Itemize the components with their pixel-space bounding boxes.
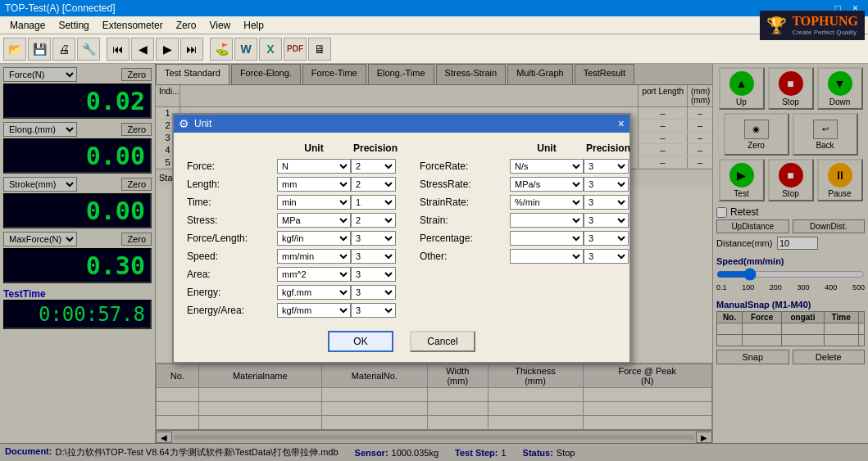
other-label: Other: [420,251,510,262]
force-length-row: Force/Length: kgf/inN/mmkN/m 01234 [187,231,400,246]
toolbar-excel[interactable]: X [259,38,282,61]
force-length-unit-dropdown[interactable]: kgf/inN/mmkN/m [277,231,351,246]
toolbar-last[interactable]: ⏭ [180,38,203,61]
stressrate-unit-dropdown[interactable]: MPa/skPa/s [510,177,584,192]
dialog-title: Unit [194,118,211,129]
length-unit-dropdown[interactable]: mmcmminch [277,177,351,192]
force-unit-dropdown[interactable]: NkgflbfkN [277,159,351,174]
stress-unit-dropdown[interactable]: MPakPaGPa [277,213,351,228]
menu-view[interactable]: View [202,18,237,33]
toolbar-pdf[interactable]: PDF [284,38,307,61]
other-unit-dropdown[interactable] [510,249,584,264]
cancel-button[interactable]: Cancel [410,331,475,352]
toolbar: 📂 💾 🖨 🔧 ⏮ ◀ ▶ ⏭ ⛳ W X PDF 🖥 [0,34,868,64]
time-label: Time: [187,197,277,208]
strain-unit-dropdown[interactable]: % [510,213,584,228]
percentage-unit-dropdown[interactable]: % [510,231,584,246]
energy-area-precision-dropdown[interactable]: 01234 [351,303,396,318]
stress-row: Stress: MPakPaGPa 01234 [187,213,400,228]
strainrate-unit-dropdown[interactable]: %/min%/s [510,195,584,210]
ok-button[interactable]: OK [328,331,393,352]
toolbar-open[interactable]: 📂 [3,38,26,61]
speed-precision-dropdown[interactable]: 01234 [351,249,396,264]
strainrate-row: StrainRate: %/min%/s 01234 [420,195,633,210]
energy-label: Energy: [187,287,277,298]
length-row: Length: mmcmminch 01234 [187,177,400,192]
toolbar-print[interactable]: 🖨 [52,38,75,61]
menu-manage[interactable]: Manage [3,18,52,33]
time-unit-dropdown[interactable]: minsh [277,195,351,210]
toolbar-settings[interactable]: 🔧 [77,38,100,61]
strainrate-label: StrainRate: [420,197,510,208]
dialog-right-section: Unit Precision ForceRate: N/skgf/s 01234… [420,142,633,321]
right-header-row: Unit Precision [420,142,633,154]
dialog-titlebar: ⚙ Unit × [174,115,629,133]
other-precision-dropdown[interactable]: 01234 [584,249,629,264]
percentage-precision-dropdown[interactable]: 01234 [584,231,629,246]
left-header-row: Unit Precision [187,142,400,154]
length-precision-dropdown[interactable]: 01234 [351,177,396,192]
energy-row: Energy: kgf.mmN.mmJ 01234 [187,285,400,300]
strainrate-precision-dropdown[interactable]: 01234 [584,195,629,210]
toolbar-flag[interactable]: ⛳ [210,38,233,61]
time-precision-dropdown[interactable]: 01234 [351,195,396,210]
strain-label: Strain: [420,215,510,226]
percentage-label: Percentage: [420,233,510,244]
toolbar-save[interactable]: 💾 [28,38,51,61]
forcerate-precision-dropdown[interactable]: 01234 [584,159,629,174]
unit-dialog: ⚙ Unit × Unit Precision [172,113,631,364]
forcerate-label: ForceRate: [420,160,510,172]
area-precision-dropdown[interactable]: 01234 [351,267,396,282]
length-label: Length: [187,179,277,190]
titlebar-title: TOP-Test(A) [Connected] [5,2,813,14]
energy-area-unit-dropdown[interactable]: kgf/mmN/mmJ/m^2 [277,303,351,318]
speed-row: Speed: mm/minm/mininch/min 01234 [187,249,400,264]
percentage-row: Percentage: % 01234 [420,231,633,246]
speed-row-label: Speed: [187,251,277,262]
stress-precision-dropdown[interactable]: 01234 [351,213,396,228]
right-unit-header: Unit [510,142,584,154]
force-precision-dropdown[interactable]: 01234 [351,159,396,174]
menu-setting[interactable]: Setting [52,18,95,33]
menu-extensometer[interactable]: Extensometer [96,18,170,33]
dialog-grid: Unit Precision Force: NkgflbfkN 01234 Le… [187,142,616,321]
area-unit-dropdown[interactable]: mm^2cm^2m^2 [277,267,351,282]
dialog-close-button[interactable]: × [618,117,625,130]
stressrate-row: StressRate: MPa/skPa/s 01234 [420,177,633,192]
force-row: Force: NkgflbfkN 01234 [187,159,400,174]
area-row: Area: mm^2cm^2m^2 01234 [187,267,400,282]
logo-icon: 🏆 [766,16,787,35]
time-row: Time: minsh 01234 [187,195,400,210]
toolbar-word[interactable]: W [234,38,257,61]
stress-label: Stress: [187,215,277,226]
strain-precision-dropdown[interactable]: 01234 [584,213,629,228]
forcerate-unit-dropdown[interactable]: N/skgf/s [510,159,584,174]
toolbar-prev[interactable]: ◀ [131,38,154,61]
menu-help[interactable]: Help [237,18,270,33]
dialog-left-section: Unit Precision Force: NkgflbfkN 01234 Le… [187,142,400,321]
toolbar-first[interactable]: ⏮ [107,38,130,61]
energy-precision-dropdown[interactable]: 01234 [351,285,396,300]
logo-text: TOPHUNG Create Perfect Quality [792,14,858,36]
titlebar: TOP-Test(A) [Connected] _ □ × [0,0,868,16]
right-precision-header: Precision [584,142,633,154]
toolbar-next[interactable]: ▶ [156,38,179,61]
force-length-label: Force/Length: [187,233,277,244]
force-length-precision-dropdown[interactable]: 01234 [351,231,396,246]
logo-area: 🏆 TOPHUNG Create Perfect Quality [760,11,865,40]
dialog-content: Unit Precision Force: NkgflbfkN 01234 Le… [174,133,629,362]
stressrate-precision-dropdown[interactable]: 01234 [584,177,629,192]
dialog-buttons: OK Cancel [187,331,616,352]
toolbar-screen[interactable]: 🖥 [308,38,331,61]
menu-zero[interactable]: Zero [170,18,203,33]
speed-unit-dropdown[interactable]: mm/minm/mininch/min [277,249,351,264]
energy-area-label: Energy/Area: [187,305,277,316]
left-unit-header: Unit [277,142,351,154]
force-label: Force: [187,160,277,172]
forcerate-row: ForceRate: N/skgf/s 01234 [420,159,633,174]
stressrate-label: StressRate: [420,179,510,190]
area-label: Area: [187,269,277,280]
energy-unit-dropdown[interactable]: kgf.mmN.mmJ [277,285,351,300]
dialog-icon: ⚙ [179,117,189,130]
menubar: Manage Setting Extensometer Zero View He… [0,16,868,34]
